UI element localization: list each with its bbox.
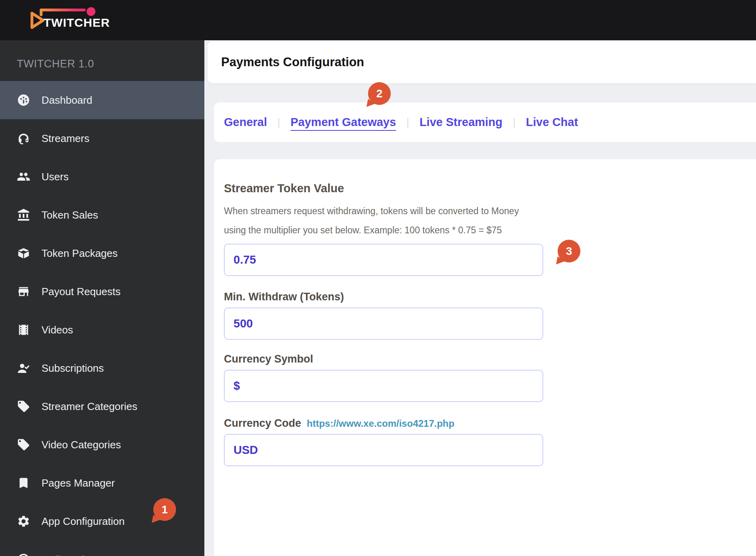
sidebar-item-label: Subscriptions [42,362,104,375]
sidebar-item-users[interactable]: Users [0,158,204,196]
sidebar: TWITCHER 1.0 Dashboard Streamers [0,40,204,556]
sidebar-item-label: Token Sales [42,209,98,221]
min-withdraw-input[interactable] [224,308,543,340]
tag-icon [17,438,30,452]
bookmark-icon [17,476,30,490]
sidebar-item-label: Video Categories [42,439,121,451]
tab-live-streaming[interactable]: Live Streaming [420,116,503,129]
globe-icon [17,553,30,556]
sidebar-item-label: Users [42,171,69,183]
step-badge-2: 2 [368,82,391,105]
currency-code-row: Currency Code https://www.xe.com/iso4217… [224,417,756,430]
currency-symbol-label: Currency Symbol [224,353,756,365]
sidebar-item-label: Videos [42,324,73,336]
sidebar-item-streamer-categories[interactable]: Streamer Categories [0,387,204,426]
sidebar-item-streamers[interactable]: Streamers [0,119,204,158]
tab-payment-gateways[interactable]: Payment Gateways [291,116,396,129]
sidebar-item-dashboard[interactable]: Dashboard [0,81,204,119]
step-badge-1: 1 [153,498,176,521]
sidebar-item-videos[interactable]: Videos [0,311,204,349]
page-title: Payments Configuration [221,55,364,69]
sidebar-item-label: Pages Manager [42,477,115,489]
sidebar-menu: Dashboard Streamers Users Token Sale [0,81,204,556]
step-badge-3: 3 [558,240,580,262]
topbar: TWITCHER [0,0,756,40]
sidebar-item-label: App Configuration [42,515,125,528]
tab-separator: | [513,116,516,128]
logo-text: TWITCHER [44,16,110,29]
tag-icon [17,400,30,413]
sidebar-item-mail-settings[interactable]: Mail Settings [0,540,204,556]
sidebar-item-pages-manager[interactable]: Pages Manager [0,464,204,502]
sidebar-item-label: Dashboard [42,94,92,106]
min-withdraw-label: Min. Withdraw (Tokens) [224,290,756,303]
twitcher-logo: TWITCHER [25,4,125,37]
sidebar-version-label: TWITCHER 1.0 [17,58,204,70]
tab-general[interactable]: General [224,116,267,129]
sidebar-item-subscriptions[interactable]: Subscriptions [0,349,204,387]
gear-icon [17,515,30,528]
currency-code-link[interactable]: https://www.xe.com/iso4217.php [307,418,455,429]
users-icon [17,170,30,183]
tab-separator: | [277,116,280,128]
bank-icon [17,208,30,222]
page-header: Payments Configuration [208,41,756,83]
tab-bar: General | Payment Gateways | Live Stream… [214,103,756,142]
dashboard-icon [17,93,30,107]
headset-icon [17,132,30,145]
storefront-icon [17,285,30,298]
pink-dot-icon [87,7,95,16]
main-content: Payments Configuration General | Payment… [204,40,756,556]
currency-code-label: Currency Code [224,417,301,430]
sidebar-item-label: Token Packages [42,247,118,260]
sidebar-item-label: Streamer Categories [42,400,137,413]
tab-separator: | [406,116,409,128]
sidebar-item-token-packages[interactable]: Token Packages [0,234,204,272]
twitcher-logo-graphic: TWITCHER [25,4,125,36]
currency-code-input[interactable] [224,434,543,466]
payments-form: Streamer Token Value When streamers requ… [214,159,756,556]
sidebar-item-label: Mail Settings [42,554,101,556]
sidebar-item-video-categories[interactable]: Video Categories [0,426,204,464]
sidebar-item-payout-requests[interactable]: Payout Requests [0,272,204,311]
section-title: Streamer Token Value [224,181,756,195]
sidebar-item-label: Streamers [42,132,89,145]
package-icon [17,246,30,260]
sidebar-item-label: Payout Requests [42,286,121,298]
tab-live-chat[interactable]: Live Chat [526,116,578,129]
film-icon [17,323,30,337]
person-check-icon [17,361,30,375]
currency-symbol-input[interactable] [224,370,543,402]
token-value-input[interactable] [224,244,543,276]
sidebar-item-token-sales[interactable]: Token Sales [0,196,204,234]
section-description: When streamers request withdrawing, toke… [224,201,756,240]
